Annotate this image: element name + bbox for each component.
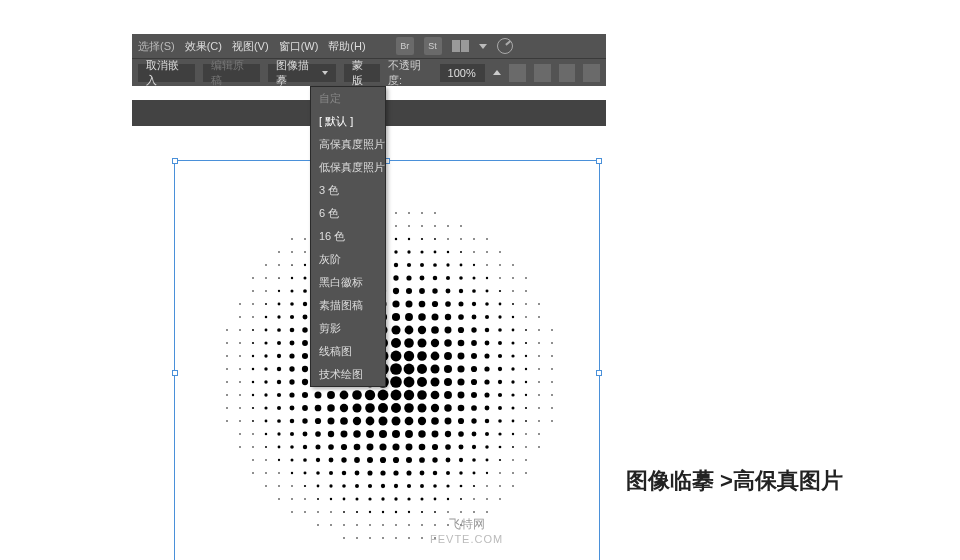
svg-point-275 (289, 379, 294, 384)
align-icon-4[interactable] (583, 64, 600, 82)
svg-point-220 (252, 355, 254, 357)
svg-point-437 (446, 458, 451, 463)
svg-point-133 (432, 301, 438, 307)
svg-point-290 (484, 379, 489, 384)
svg-point-183 (445, 327, 452, 334)
preset-item-2[interactable]: 高保真度照片 (311, 133, 385, 156)
preset-item-7[interactable]: 灰阶 (311, 248, 385, 271)
preset-item-10[interactable]: 剪影 (311, 317, 385, 340)
svg-point-205 (391, 338, 401, 348)
svg-point-317 (498, 393, 502, 397)
preset-item-6[interactable]: 16 色 (311, 225, 385, 248)
svg-point-222 (277, 354, 281, 358)
preset-item-9[interactable]: 素描图稿 (311, 294, 385, 317)
svg-point-209 (444, 339, 452, 347)
svg-point-75 (265, 277, 267, 279)
cancel-embed-button[interactable]: 取消嵌入 (138, 64, 195, 82)
svg-point-468 (291, 485, 293, 487)
svg-point-276 (302, 379, 308, 385)
svg-point-198 (302, 340, 308, 346)
opacity-slider-icon[interactable] (493, 70, 501, 75)
svg-point-414 (445, 444, 451, 450)
svg-point-273 (264, 380, 267, 383)
handle-mid-left[interactable] (172, 370, 178, 376)
svg-point-295 (551, 381, 553, 383)
arrange-dropdown-icon[interactable] (479, 44, 487, 49)
svg-point-168 (252, 329, 254, 331)
layout-icon[interactable] (452, 40, 469, 52)
menu-select[interactable]: 选择(S) (138, 39, 175, 54)
svg-point-378 (290, 432, 294, 436)
svg-point-315 (471, 392, 477, 398)
menu-view[interactable]: 视图(V) (232, 39, 269, 54)
svg-point-240 (511, 354, 514, 357)
align-icon-1[interactable] (509, 64, 526, 82)
preset-item-12[interactable]: 技术绘图 (311, 363, 385, 386)
svg-point-308 (378, 390, 389, 401)
svg-point-467 (278, 485, 280, 487)
svg-point-197 (290, 341, 295, 346)
svg-point-323 (239, 407, 241, 409)
svg-point-423 (265, 459, 267, 461)
preset-item-4[interactable]: 3 色 (311, 179, 385, 202)
svg-point-480 (446, 484, 449, 487)
svg-point-302 (302, 392, 308, 398)
svg-point-513 (408, 511, 410, 513)
menu-effect[interactable]: 效果(C) (185, 39, 222, 54)
svg-point-181 (418, 326, 426, 334)
svg-point-426 (303, 458, 307, 462)
preset-item-11[interactable]: 线稿图 (311, 340, 385, 363)
svg-point-478 (420, 484, 424, 488)
handle-top-right[interactable] (596, 158, 602, 164)
svg-point-249 (289, 366, 294, 371)
svg-point-15 (408, 225, 410, 227)
opacity-field[interactable]: 100% (440, 64, 486, 82)
watermark-line1: 飞特网 (430, 516, 503, 533)
svg-point-359 (366, 417, 375, 426)
image-trace-dropdown[interactable]: 图像描摹 (268, 64, 336, 82)
preset-item-8[interactable]: 黑白徽标 (311, 271, 385, 294)
svg-point-450 (329, 471, 333, 475)
stock-icon[interactable]: St (424, 37, 442, 55)
svg-point-246 (252, 368, 254, 370)
svg-point-134 (445, 301, 451, 307)
preset-item-3[interactable]: 低保真度照片 (311, 156, 385, 179)
svg-point-523 (356, 524, 358, 526)
preset-item-5[interactable]: 6 色 (311, 202, 385, 225)
menu-help[interactable]: 帮助(H) (328, 39, 365, 54)
gauge-icon[interactable] (497, 38, 513, 54)
svg-point-372 (538, 420, 540, 422)
svg-point-250 (302, 366, 308, 372)
svg-point-217 (551, 342, 553, 344)
menu-window[interactable]: 窗口(W) (279, 39, 319, 54)
svg-point-34 (473, 238, 475, 240)
svg-point-245 (239, 368, 241, 370)
svg-point-49 (447, 251, 449, 253)
svg-point-72 (499, 264, 501, 266)
svg-point-430 (354, 457, 360, 463)
svg-point-528 (421, 524, 423, 526)
svg-point-455 (393, 470, 398, 475)
svg-point-384 (366, 430, 374, 438)
preset-item-1[interactable]: [ 默认 ] (311, 110, 385, 133)
svg-point-99 (290, 289, 293, 292)
svg-point-67 (433, 263, 437, 267)
svg-point-28 (395, 238, 397, 240)
handle-top-left[interactable] (172, 158, 178, 164)
svg-point-326 (277, 406, 281, 410)
svg-point-171 (290, 328, 295, 333)
svg-point-86 (406, 275, 411, 280)
align-icon-3[interactable] (559, 64, 576, 82)
svg-point-351 (265, 420, 268, 423)
svg-point-422 (252, 459, 254, 461)
svg-point-191 (551, 329, 553, 331)
svg-point-368 (485, 419, 490, 424)
align-icon-2[interactable] (534, 64, 551, 82)
svg-point-108 (406, 288, 412, 294)
handle-mid-right[interactable] (596, 370, 602, 376)
svg-point-210 (458, 340, 465, 347)
mask-button[interactable]: 蒙版 (344, 64, 380, 82)
preset-item-0[interactable]: 自定 (311, 87, 385, 110)
svg-point-495 (394, 497, 397, 500)
bridge-icon[interactable]: Br (396, 37, 414, 55)
